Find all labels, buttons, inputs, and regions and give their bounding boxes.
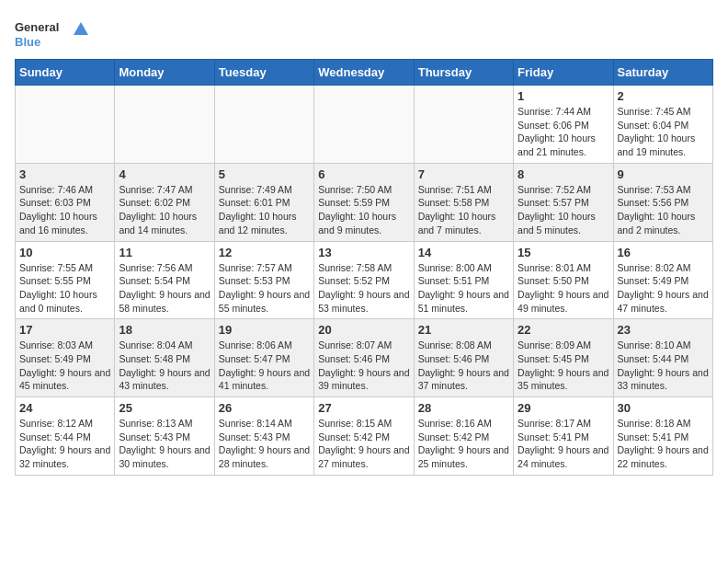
day-cell: 28Sunrise: 8:16 AM Sunset: 5:42 PM Dayli… [414,397,513,476]
day-number: 6 [318,167,409,181]
day-info: Sunrise: 8:00 AM Sunset: 5:51 PM Dayligh… [418,261,509,316]
day-number: 27 [318,401,409,415]
svg-text:Blue: Blue [15,35,40,49]
day-cell: 13Sunrise: 7:58 AM Sunset: 5:52 PM Dayli… [314,241,414,319]
day-number: 22 [518,323,609,337]
day-number: 7 [418,167,509,181]
day-cell [115,86,214,164]
day-info: Sunrise: 7:47 AM Sunset: 6:02 PM Dayligh… [119,183,210,237]
svg-marker-2 [74,22,88,35]
day-number: 28 [418,401,509,415]
day-info: Sunrise: 8:03 AM Sunset: 5:49 PM Dayligh… [19,339,110,393]
day-cell: 18Sunrise: 8:04 AM Sunset: 5:48 PM Dayli… [115,319,214,397]
day-cell: 6Sunrise: 7:50 AM Sunset: 5:59 PM Daylig… [314,163,414,241]
day-info: Sunrise: 7:55 AM Sunset: 5:55 PM Dayligh… [19,261,110,316]
week-row-2: 3Sunrise: 7:46 AM Sunset: 6:03 PM Daylig… [16,163,713,241]
day-cell: 11Sunrise: 7:56 AM Sunset: 5:54 PM Dayli… [115,241,214,319]
day-info: Sunrise: 8:07 AM Sunset: 5:46 PM Dayligh… [318,339,409,393]
day-info: Sunrise: 7:58 AM Sunset: 5:52 PM Dayligh… [318,261,409,316]
day-info: Sunrise: 8:09 AM Sunset: 5:45 PM Dayligh… [518,339,609,393]
day-number: 15 [518,246,609,259]
day-cell: 17Sunrise: 8:03 AM Sunset: 5:49 PM Dayli… [16,319,115,397]
day-number: 14 [418,246,509,259]
day-info: Sunrise: 8:01 AM Sunset: 5:50 PM Dayligh… [518,261,609,316]
day-cell: 1Sunrise: 7:44 AM Sunset: 6:06 PM Daylig… [514,86,613,164]
day-info: Sunrise: 7:50 AM Sunset: 5:59 PM Dayligh… [318,183,409,237]
day-info: Sunrise: 8:18 AM Sunset: 5:41 PM Dayligh… [618,417,709,471]
header-thursday: Thursday [414,60,513,86]
day-cell: 12Sunrise: 7:57 AM Sunset: 5:53 PM Dayli… [214,241,313,319]
day-cell [214,86,313,164]
day-cell: 26Sunrise: 8:14 AM Sunset: 5:43 PM Dayli… [214,397,313,476]
day-info: Sunrise: 8:16 AM Sunset: 5:42 PM Dayligh… [418,417,509,471]
day-info: Sunrise: 8:08 AM Sunset: 5:46 PM Dayligh… [418,339,509,393]
day-cell: 25Sunrise: 8:13 AM Sunset: 5:43 PM Dayli… [115,397,214,476]
logo: General Blue [15,15,88,52]
header-sunday: Sunday [16,60,115,86]
day-info: Sunrise: 7:53 AM Sunset: 5:56 PM Dayligh… [618,183,709,237]
day-number: 8 [518,167,609,181]
day-cell: 2Sunrise: 7:45 AM Sunset: 6:04 PM Daylig… [613,86,712,164]
day-cell: 15Sunrise: 8:01 AM Sunset: 5:50 PM Dayli… [514,241,613,319]
week-row-1: 1Sunrise: 7:44 AM Sunset: 6:06 PM Daylig… [16,86,713,164]
day-number: 11 [119,246,210,259]
day-cell: 14Sunrise: 8:00 AM Sunset: 5:51 PM Dayli… [414,241,513,319]
day-cell: 19Sunrise: 8:06 AM Sunset: 5:47 PM Dayli… [214,319,313,397]
day-number: 16 [618,246,709,259]
day-cell: 23Sunrise: 8:10 AM Sunset: 5:44 PM Dayli… [613,319,712,397]
day-cell: 7Sunrise: 7:51 AM Sunset: 5:58 PM Daylig… [414,163,513,241]
day-info: Sunrise: 7:44 AM Sunset: 6:06 PM Dayligh… [518,105,609,159]
week-row-5: 24Sunrise: 8:12 AM Sunset: 5:44 PM Dayli… [16,397,713,476]
day-info: Sunrise: 8:15 AM Sunset: 5:42 PM Dayligh… [318,417,409,471]
day-cell: 29Sunrise: 8:17 AM Sunset: 5:41 PM Dayli… [514,397,613,476]
day-cell: 22Sunrise: 8:09 AM Sunset: 5:45 PM Dayli… [514,319,613,397]
day-number: 19 [219,323,310,337]
day-info: Sunrise: 8:04 AM Sunset: 5:48 PM Dayligh… [119,339,210,393]
week-row-4: 17Sunrise: 8:03 AM Sunset: 5:49 PM Dayli… [16,319,713,397]
header-wednesday: Wednesday [314,60,414,86]
day-number: 3 [19,167,110,181]
day-cell: 24Sunrise: 8:12 AM Sunset: 5:44 PM Dayli… [16,397,115,476]
calendar-table: SundayMondayTuesdayWednesdayThursdayFrid… [15,59,713,476]
day-info: Sunrise: 7:49 AM Sunset: 6:01 PM Dayligh… [219,183,310,237]
day-info: Sunrise: 8:13 AM Sunset: 5:43 PM Dayligh… [119,417,210,471]
day-number: 21 [418,323,509,337]
day-number: 5 [219,167,310,181]
week-row-3: 10Sunrise: 7:55 AM Sunset: 5:55 PM Dayli… [16,241,713,319]
day-number: 24 [19,401,110,415]
day-number: 13 [318,246,409,259]
day-number: 1 [518,89,609,103]
day-info: Sunrise: 7:52 AM Sunset: 5:57 PM Dayligh… [518,183,609,237]
day-info: Sunrise: 7:56 AM Sunset: 5:54 PM Dayligh… [119,261,210,316]
day-cell: 3Sunrise: 7:46 AM Sunset: 6:03 PM Daylig… [16,163,115,241]
day-number: 25 [119,401,210,415]
svg-text:General: General [15,20,59,34]
header-tuesday: Tuesday [214,60,313,86]
day-cell: 4Sunrise: 7:47 AM Sunset: 6:02 PM Daylig… [115,163,214,241]
day-number: 4 [119,167,210,181]
day-info: Sunrise: 8:06 AM Sunset: 5:47 PM Dayligh… [219,339,310,393]
day-cell: 20Sunrise: 8:07 AM Sunset: 5:46 PM Dayli… [314,319,414,397]
day-number: 23 [618,323,709,337]
day-cell: 8Sunrise: 7:52 AM Sunset: 5:57 PM Daylig… [514,163,613,241]
logo-svg: General Blue [15,15,88,52]
day-info: Sunrise: 7:45 AM Sunset: 6:04 PM Dayligh… [618,105,709,159]
day-number: 9 [618,167,709,181]
day-cell: 10Sunrise: 7:55 AM Sunset: 5:55 PM Dayli… [16,241,115,319]
day-info: Sunrise: 8:14 AM Sunset: 5:43 PM Dayligh… [219,417,310,471]
day-cell: 16Sunrise: 8:02 AM Sunset: 5:49 PM Dayli… [613,241,712,319]
day-cell: 30Sunrise: 8:18 AM Sunset: 5:41 PM Dayli… [613,397,712,476]
day-number: 2 [618,89,709,103]
day-info: Sunrise: 7:51 AM Sunset: 5:58 PM Dayligh… [418,183,509,237]
day-number: 20 [318,323,409,337]
day-info: Sunrise: 8:12 AM Sunset: 5:44 PM Dayligh… [19,417,110,471]
header-friday: Friday [514,60,613,86]
day-cell [414,86,513,164]
day-cell: 5Sunrise: 7:49 AM Sunset: 6:01 PM Daylig… [214,163,313,241]
header: General Blue [15,15,713,52]
day-cell: 9Sunrise: 7:53 AM Sunset: 5:56 PM Daylig… [613,163,712,241]
day-number: 26 [219,401,310,415]
day-number: 18 [119,323,210,337]
day-number: 30 [618,401,709,415]
day-number: 17 [19,323,110,337]
